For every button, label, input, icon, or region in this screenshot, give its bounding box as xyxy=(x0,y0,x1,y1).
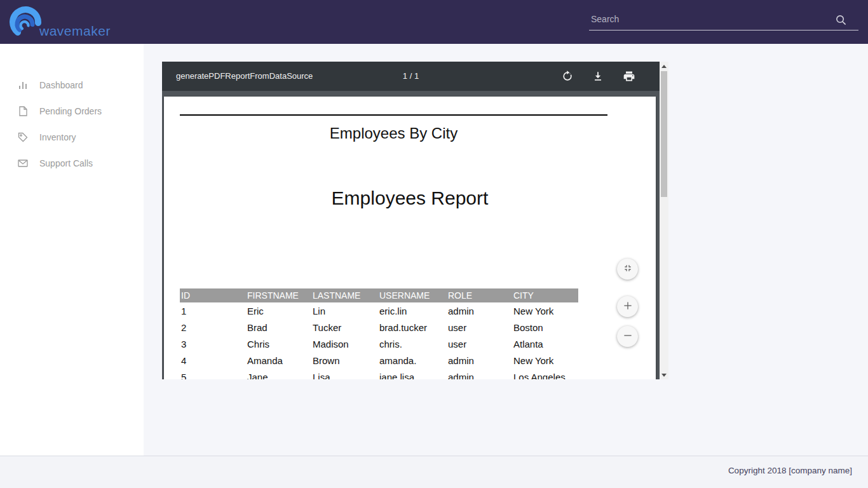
column-header: ID xyxy=(180,288,246,302)
table-cell: Lin xyxy=(311,302,378,319)
table-cell: admin xyxy=(447,302,512,319)
print-icon[interactable] xyxy=(621,69,637,84)
scrollbar-thumb[interactable] xyxy=(661,71,667,197)
table-cell: Brown xyxy=(311,352,378,369)
bar-chart-icon xyxy=(17,79,29,91)
footer: Copyright 2018 [company name] xyxy=(0,456,868,488)
table-cell: Lisa xyxy=(311,369,378,379)
table-cell: Brad xyxy=(246,319,311,336)
table-cell: jane.lisa xyxy=(378,369,447,379)
sidebar-item-label: Pending Orders xyxy=(39,106,102,116)
table-cell: admin xyxy=(447,369,512,379)
sidebar-item-support-calls[interactable]: Support Calls xyxy=(0,150,144,176)
table-cell: 3 xyxy=(180,336,246,352)
sidebar-item-dashboard[interactable]: Dashboard xyxy=(0,72,144,98)
table-header-row: ID FIRSTNAME LASTNAME USERNAME ROLE CITY xyxy=(180,288,578,302)
table-cell: 1 xyxy=(180,302,246,319)
sidebar-item-label: Dashboard xyxy=(39,80,83,90)
table-row: 5 Jane Lisa jane.lisa admin Los Angeles xyxy=(180,369,578,379)
zoom-out-button[interactable] xyxy=(617,326,638,347)
table-row: 2 Brad Tucker brad.tucker user Boston xyxy=(180,319,578,336)
pdf-viewer: generatePDFReportFromDataSource 1 / 1 xyxy=(162,62,668,379)
pdf-document-title: generatePDFReportFromDataSource xyxy=(176,62,313,91)
table-cell: user xyxy=(447,319,512,336)
table-row: 1 Eric Lin eric.lin admin New York xyxy=(180,302,578,319)
document-icon xyxy=(17,105,29,117)
sidebar-item-label: Inventory xyxy=(39,132,76,142)
scroll-up-icon[interactable] xyxy=(660,62,668,71)
table-cell: Jane xyxy=(246,369,311,379)
table-cell: Amanda xyxy=(246,352,311,369)
sidebar-item-inventory[interactable]: Inventory xyxy=(0,124,144,150)
pdf-canvas: Employees By City Employees Report ID FI… xyxy=(162,91,660,379)
column-header: ROLE xyxy=(447,288,512,302)
table-cell: New York xyxy=(512,302,578,319)
document-report-title: Employees Report xyxy=(164,187,656,209)
top-nav-bar: wavemaker xyxy=(0,0,868,44)
search-box xyxy=(589,0,858,30)
table-cell: 5 xyxy=(180,369,246,379)
sidebar-item-pending-orders[interactable]: Pending Orders xyxy=(0,98,144,124)
table-cell: 2 xyxy=(180,319,246,336)
table-cell: eric.lin xyxy=(378,302,447,319)
zoom-out-icon xyxy=(622,330,634,343)
sidebar-item-label: Support Calls xyxy=(39,158,93,168)
table-cell: Chris xyxy=(246,336,311,352)
horizontal-rule xyxy=(180,114,607,116)
column-header: FIRSTNAME xyxy=(246,288,311,302)
table-row: 3 Chris Madison chris. user Atlanta xyxy=(180,336,578,352)
table-cell: user xyxy=(447,336,512,352)
table-cell: 4 xyxy=(180,352,246,369)
table-cell: New York xyxy=(512,352,578,369)
table-cell: amanda. xyxy=(378,352,447,369)
wavemaker-logo-icon xyxy=(9,4,42,39)
scroll-down-icon[interactable] xyxy=(660,370,668,379)
zoom-in-icon xyxy=(622,300,634,313)
table-cell: Boston xyxy=(512,319,578,336)
table-cell: Los Angeles xyxy=(512,369,578,379)
sidebar: Dashboard Pending Orders Inventory xyxy=(0,44,144,456)
fit-to-page-button[interactable] xyxy=(617,259,638,280)
copyright-text: Copyright 2018 [company name] xyxy=(728,466,852,475)
column-header: USERNAME xyxy=(378,288,447,302)
pdf-scrollbar[interactable] xyxy=(660,62,668,379)
table-cell: Eric xyxy=(246,302,311,319)
brand-logo[interactable]: wavemaker xyxy=(9,4,111,39)
zoom-in-button[interactable] xyxy=(617,296,638,317)
rotate-icon[interactable] xyxy=(560,69,575,84)
pdf-page: Employees By City Employees Report ID FI… xyxy=(164,97,656,379)
table-cell: chris. xyxy=(378,336,447,352)
table-cell: Madison xyxy=(311,336,378,352)
fit-to-page-icon xyxy=(623,263,633,275)
pdf-toolbar: generatePDFReportFromDataSource 1 / 1 xyxy=(162,62,660,91)
table-cell: admin xyxy=(447,352,512,369)
column-header: CITY xyxy=(512,288,578,302)
tag-icon xyxy=(17,132,29,143)
brand-name: wavemaker xyxy=(39,23,111,39)
table-cell: Atlanta xyxy=(512,336,578,352)
table-row: 4 Amanda Brown amanda. admin New York xyxy=(180,352,578,369)
document-section-title: Employees By City xyxy=(180,125,607,142)
employees-table: ID FIRSTNAME LASTNAME USERNAME ROLE CITY… xyxy=(180,288,578,379)
table-cell: brad.tucker xyxy=(378,319,447,336)
table-cell: Tucker xyxy=(311,319,378,336)
search-input[interactable] xyxy=(591,11,813,27)
envelope-icon xyxy=(17,158,29,169)
download-icon[interactable] xyxy=(590,69,606,84)
search-icon[interactable] xyxy=(835,14,847,29)
column-header: LASTNAME xyxy=(311,288,378,302)
